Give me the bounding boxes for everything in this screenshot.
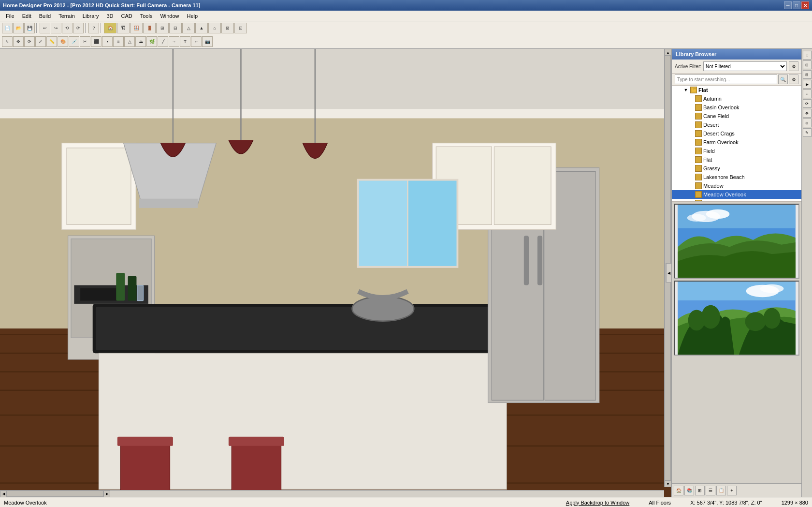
tb2-paint[interactable]: 🎨 xyxy=(58,36,68,47)
right-side-toolbar: ↕ ⊞ ⊟ ▶ ↔ ⟳ ✥ ⊕ ✎ xyxy=(801,49,812,497)
tb2-scale[interactable]: ⤢ xyxy=(35,36,46,47)
tree-item-desert[interactable]: Desert xyxy=(672,120,801,129)
tree-item-lakeshore[interactable]: Lakeshore Beach xyxy=(672,173,801,181)
filter-options-button[interactable]: ⚙ xyxy=(789,61,798,71)
rt-btn-4[interactable]: ▶ xyxy=(803,80,812,89)
tb-build-5[interactable]: ⊞ xyxy=(156,23,169,33)
tb-build-9[interactable]: ⌂ xyxy=(208,23,221,33)
filter-select[interactable]: Not Filtered Backdrop Material Plant xyxy=(703,61,787,71)
lib-btn-home[interactable]: 🏠 xyxy=(674,486,683,495)
tb2-select[interactable]: ↖ xyxy=(2,36,13,47)
library-browser-tab[interactable]: Library Browser xyxy=(672,49,801,60)
menu-build[interactable]: Build xyxy=(35,12,55,20)
search-button[interactable]: 🔍 xyxy=(778,75,788,84)
tb2-arrow[interactable]: → xyxy=(169,36,179,47)
tb-redo[interactable]: ↪ xyxy=(51,23,61,33)
tb-new[interactable]: 📄 xyxy=(2,23,13,33)
tb2-text[interactable]: T xyxy=(180,36,190,47)
tb2-roof[interactable]: △ xyxy=(124,36,135,47)
lib-btn-catalog[interactable]: 📚 xyxy=(684,486,694,495)
scroll-right-arrow[interactable]: ▶ xyxy=(103,491,110,497)
close-button[interactable]: ✕ xyxy=(801,1,809,9)
tb-btn3[interactable]: ⟲ xyxy=(62,23,72,33)
tb-build-10[interactable]: ⊠ xyxy=(221,23,234,33)
minimize-button[interactable]: ─ xyxy=(784,1,792,9)
tree-item-label: Meadow xyxy=(703,183,724,189)
scroll-up-arrow[interactable]: ▲ xyxy=(665,49,671,56)
tb2-plant[interactable]: 🌿 xyxy=(146,36,157,47)
lib-btn-grid[interactable]: ⊞ xyxy=(695,486,705,495)
tree-item-autumn[interactable]: Autumn xyxy=(672,94,801,103)
viewport[interactable]: ▲ ▼ ◀ ▶ ◀ xyxy=(0,49,671,497)
tb2-terrain[interactable]: ⛰ xyxy=(135,36,146,47)
tb-undo[interactable]: ↩ xyxy=(40,23,50,33)
rt-btn-5[interactable]: ↔ xyxy=(803,89,812,98)
rt-btn-7[interactable]: ✥ xyxy=(803,109,812,118)
menu-window[interactable]: Window xyxy=(156,12,183,20)
tree-item-farm-overlook[interactable]: Farm Overlook xyxy=(672,138,801,147)
tb2-measure[interactable]: 📏 xyxy=(46,36,57,47)
tb-btn5[interactable]: ? xyxy=(88,23,99,33)
tree-item-grassy[interactable]: Grassy xyxy=(672,164,801,173)
tb-build-4[interactable]: 🚪 xyxy=(143,23,156,33)
tree-item-basin-overlook[interactable]: Basin Overlook xyxy=(672,103,801,112)
menu-help[interactable]: Help xyxy=(183,12,202,20)
tree-item-flat-folder[interactable]: ▼ Flat xyxy=(672,86,801,94)
tb-save[interactable]: 💾 xyxy=(24,23,35,33)
rt-btn-9[interactable]: ✎ xyxy=(803,128,812,137)
tree-item-cane-field[interactable]: Cane Field xyxy=(672,112,801,120)
menu-terrain[interactable]: Terrain xyxy=(55,12,79,20)
tb2-line[interactable]: ╱ xyxy=(158,36,168,47)
rt-btn-1[interactable]: ↕ xyxy=(803,51,812,60)
tree-item-meadow-overlook[interactable]: Meadow Overlook xyxy=(672,190,801,199)
rt-btn-8[interactable]: ⊕ xyxy=(803,119,812,127)
library-tree-view[interactable]: ▼ Flat Autumn Basin Overlook Cane Field xyxy=(672,86,801,202)
tb-build-8[interactable]: ▲ xyxy=(195,23,208,33)
lib-btn-detail[interactable]: 📋 xyxy=(716,486,726,495)
tb-btn4[interactable]: ⟳ xyxy=(73,23,84,33)
viewport-scrollbar-horizontal[interactable]: ◀ ▶ xyxy=(0,490,664,497)
panel-expand-button[interactable]: ◀ xyxy=(666,263,672,283)
item-icon-grassy xyxy=(695,165,702,172)
search-options-button[interactable]: ⚙ xyxy=(789,75,798,84)
tb-build-3[interactable]: 🪟 xyxy=(130,23,143,33)
menu-cad[interactable]: CAD xyxy=(117,12,136,20)
tb2-cam[interactable]: 📷 xyxy=(202,36,213,47)
tree-item-field[interactable]: Field xyxy=(672,147,801,155)
rt-btn-2[interactable]: ⊞ xyxy=(803,60,812,69)
tb2-wall[interactable]: ▪ xyxy=(102,36,113,47)
tb-open[interactable]: 📂 xyxy=(13,23,24,33)
tb2-eyedrop[interactable]: 💉 xyxy=(69,36,79,47)
tb2-move[interactable]: ✥ xyxy=(13,36,24,47)
menu-tools[interactable]: Tools xyxy=(136,12,157,20)
tree-item-meadow[interactable]: Meadow xyxy=(672,181,801,190)
main-area: ▲ ▼ ◀ ▶ ◀ ◀ Library Browser Active Filte… xyxy=(0,49,812,497)
tb-build-7[interactable]: △ xyxy=(182,23,195,33)
rt-btn-6[interactable]: ⟳ xyxy=(803,99,812,108)
title-bar: Home Designer Pro 2012 - [Pro 2012 HD Qu… xyxy=(0,0,812,11)
maximize-button[interactable]: □ xyxy=(793,1,800,9)
menu-edit[interactable]: Edit xyxy=(18,12,35,20)
tb2-stair[interactable]: ≡ xyxy=(113,36,124,47)
scroll-thumb-h[interactable] xyxy=(7,491,103,497)
menu-library[interactable]: Library xyxy=(79,12,103,20)
menu-file[interactable]: File xyxy=(2,12,18,20)
tb2-delete[interactable]: ✂ xyxy=(80,36,90,47)
menu-3d[interactable]: 3D xyxy=(102,12,117,20)
tb-build-6[interactable]: ⊟ xyxy=(169,23,182,33)
tree-item-desert-crags[interactable]: Desert Crags xyxy=(672,129,801,138)
lib-btn-add[interactable]: + xyxy=(727,486,737,495)
lib-btn-list[interactable]: ☰ xyxy=(706,486,715,495)
rt-btn-3[interactable]: ⊟ xyxy=(803,70,812,79)
tb-build-2[interactable]: 🏗 xyxy=(117,23,130,33)
scroll-down-arrow[interactable]: ▼ xyxy=(665,480,671,487)
tb-build-11[interactable]: ⊡ xyxy=(234,23,247,33)
tb2-floor[interactable]: ⬛ xyxy=(91,36,102,47)
search-input[interactable] xyxy=(675,75,777,84)
scroll-left-arrow[interactable]: ◀ xyxy=(0,491,7,497)
tb-build-1[interactable]: 🏠 xyxy=(104,23,116,33)
tb2-rotate[interactable]: ⟳ xyxy=(24,36,35,47)
status-apply-backdrop[interactable]: Apply Backdrop to Window xyxy=(566,500,629,506)
tree-item-flat[interactable]: Flat xyxy=(672,155,801,164)
tb2-dim[interactable]: ↔ xyxy=(191,36,202,47)
